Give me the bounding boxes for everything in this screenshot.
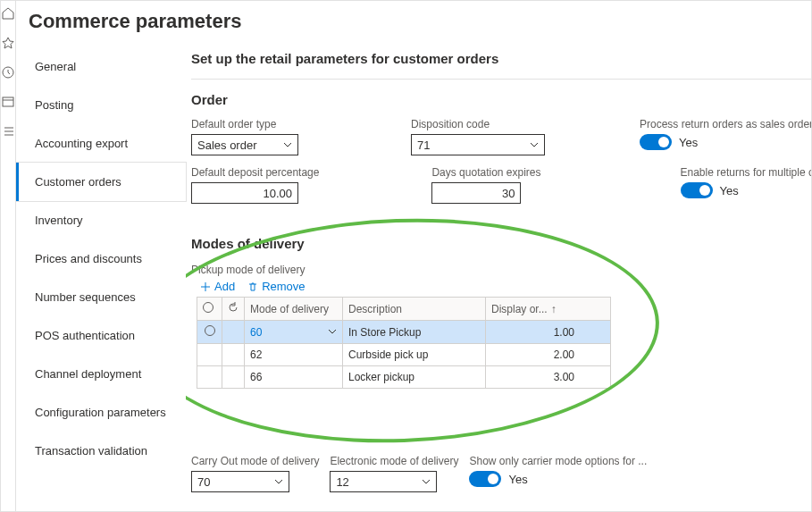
mode-cell[interactable]: 62 <box>245 344 343 366</box>
electronic-label: Electronic mode of delivery <box>330 455 458 467</box>
sort-ascending-icon: ↑ <box>551 303 557 315</box>
left-rail <box>1 1 16 511</box>
chevron-down-icon <box>530 140 539 149</box>
carry-out-select[interactable]: 70 <box>191 471 289 492</box>
col-mode[interactable]: Mode of delivery <box>245 298 343 321</box>
carry-out-label: Carry Out mode of delivery <box>191 455 319 467</box>
enable-returns-label: Enable returns for multiple orders <box>681 166 812 179</box>
col-select[interactable] <box>197 298 222 321</box>
process-return-value: Yes <box>679 136 698 149</box>
col-refresh[interactable] <box>222 298 245 321</box>
modes-heading: Modes of delivery <box>191 223 812 258</box>
default-order-type-label: Default order type <box>191 118 298 130</box>
nav-number-sequences[interactable]: Number sequences <box>16 278 186 316</box>
row-radio[interactable] <box>205 325 215 336</box>
mode-cell[interactable]: 66 <box>245 366 343 389</box>
chevron-down-icon <box>422 477 431 486</box>
clock-icon[interactable] <box>1 65 15 82</box>
enable-returns-value: Yes <box>720 184 739 197</box>
disposition-code-label: Disposition code <box>411 118 545 130</box>
show-only-toggle[interactable] <box>469 471 501 487</box>
process-return-toggle[interactable] <box>640 134 672 150</box>
nav-channel-deployment[interactable]: Channel deployment <box>16 355 186 393</box>
pickup-mode-label: Pickup mode of delivery <box>191 258 812 280</box>
days-quote-label: Days quotation expires <box>431 166 540 179</box>
nav-configuration-parameters[interactable]: Configuration parameters <box>16 393 186 432</box>
side-nav: General Posting Accounting export Custom… <box>16 42 186 511</box>
days-quote-input[interactable]: 30 <box>431 182 521 204</box>
mode-desc: Curbside pick up <box>343 344 486 366</box>
order-heading: Order <box>191 80 812 114</box>
enable-returns-toggle[interactable] <box>681 182 713 198</box>
mode-desc: Locker pickup <box>343 366 486 389</box>
nav-customer-orders[interactable]: Customer orders <box>16 163 186 201</box>
refresh-icon <box>228 302 239 313</box>
page-title: Commerce parameters <box>16 1 812 42</box>
nav-posting[interactable]: Posting <box>16 86 186 124</box>
electronic-select[interactable]: 12 <box>330 471 437 492</box>
table-row[interactable]: 66 Locker pickup 3.00 <box>197 366 611 389</box>
mode-order: 3.00 <box>486 366 611 389</box>
nav-inventory[interactable]: Inventory <box>16 201 186 239</box>
mode-desc: In Store Pickup <box>343 321 486 344</box>
default-order-type-select[interactable]: Sales order <box>191 134 298 155</box>
nav-prices-discounts[interactable]: Prices and discounts <box>16 239 186 278</box>
default-deposit-label: Default deposit percentage <box>191 166 319 179</box>
app-window: Commerce parameters General Posting Acco… <box>0 0 812 512</box>
mode-order: 1.00 <box>486 321 611 344</box>
nav-general[interactable]: General <box>16 47 186 86</box>
remove-button[interactable]: Remove <box>247 280 305 293</box>
show-only-value: Yes <box>508 473 527 486</box>
pickup-modes-grid: Mode of delivery Description Display or.… <box>197 297 611 389</box>
nav-accounting-export[interactable]: Accounting export <box>16 124 186 163</box>
table-row[interactable]: 62 Curbside pick up 2.00 <box>197 344 611 366</box>
list-icon[interactable] <box>1 124 15 141</box>
default-deposit-input[interactable]: 10.00 <box>191 182 298 204</box>
nav-transaction-validation[interactable]: Transaction validation <box>16 432 186 470</box>
show-only-label: Show only carrier mode options for ... <box>469 455 647 467</box>
process-return-label: Process return orders as sales orders <box>640 118 812 130</box>
star-icon[interactable] <box>1 36 15 53</box>
plus-icon <box>200 281 211 292</box>
mode-link[interactable]: 60 <box>250 326 262 339</box>
content-pane: Set up the retail parameters for custome… <box>186 42 812 511</box>
table-row[interactable]: 60 In Store Pickup 1.00 <box>197 321 611 344</box>
mode-order: 2.00 <box>486 344 611 366</box>
chevron-down-icon <box>274 477 283 486</box>
add-button[interactable]: Add <box>200 280 235 293</box>
disposition-code-select[interactable]: 71 <box>411 134 545 155</box>
svg-rect-1 <box>3 97 13 106</box>
window-icon[interactable] <box>1 95 15 112</box>
nav-pos-authentication[interactable]: POS authentication <box>16 316 186 355</box>
col-description[interactable]: Description <box>343 298 486 321</box>
col-display-order[interactable]: Display or...↑ <box>486 298 611 321</box>
chevron-down-icon <box>283 140 292 149</box>
chevron-down-icon[interactable] <box>328 327 337 336</box>
trash-icon <box>247 281 258 292</box>
home-icon[interactable] <box>1 6 15 23</box>
section-title: Set up the retail parameters for custome… <box>191 42 812 79</box>
